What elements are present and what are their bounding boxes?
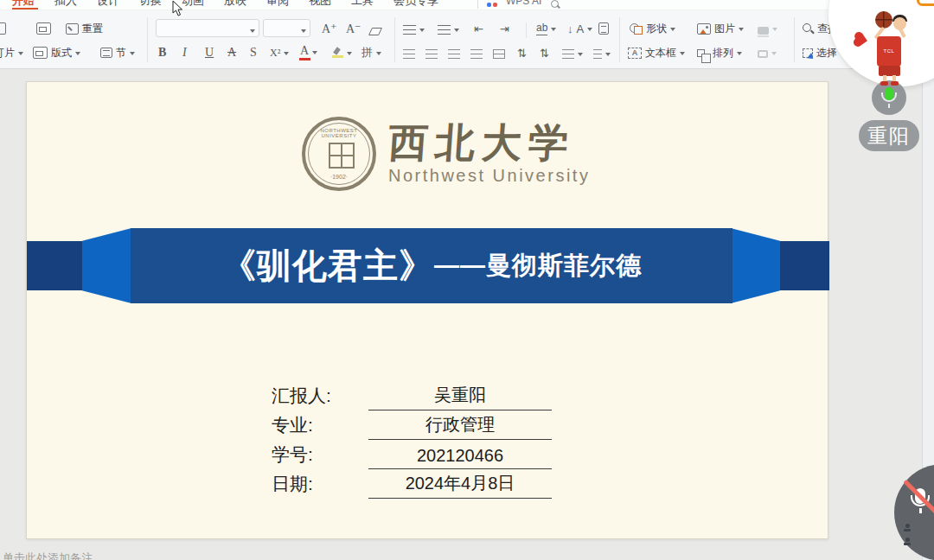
- italic-label: I: [182, 46, 187, 60]
- shapes-label: 形状: [646, 22, 667, 36]
- text-direction-button[interactable]: ↓A: [567, 18, 592, 39]
- chevron-down-icon: [680, 52, 685, 58]
- floating-window-fragment: [917, 0, 934, 6]
- chevron-down-icon: [454, 29, 459, 35]
- columns-button[interactable]: [593, 43, 611, 64]
- textbox-label: 文本框: [645, 46, 676, 60]
- font-size-combobox[interactable]: [263, 19, 310, 37]
- clear-format-button[interactable]: [370, 21, 381, 41]
- section-dropdown-button[interactable]: 节: [100, 42, 135, 63]
- arrange-button[interactable]: 排列: [697, 42, 742, 63]
- text-shadow-button[interactable]: S: [250, 42, 257, 63]
- layout-gallery-button[interactable]: [36, 18, 51, 39]
- align-right-button[interactable]: [448, 43, 460, 64]
- numbering-button[interactable]: [438, 19, 459, 40]
- layout-dropdown-button[interactable]: 版式: [33, 42, 80, 63]
- shape-outline-button[interactable]: [758, 42, 777, 63]
- info-row-student-id: 学号: 202120466: [272, 440, 552, 469]
- highlight-button[interactable]: [332, 42, 352, 63]
- picture-label: 图片: [714, 22, 735, 36]
- eraser-icon: [368, 28, 382, 35]
- shapes-button[interactable]: 形状: [630, 18, 675, 39]
- line-spacing-button[interactable]: [562, 43, 583, 64]
- menu-tab-transition[interactable]: 切换: [139, 0, 162, 10]
- menu-tab-animation[interactable]: 动画: [182, 0, 204, 10]
- chevron-down-icon: [771, 52, 777, 58]
- phonetic-guide-button[interactable]: 拼: [361, 42, 381, 63]
- indent-icon: ⇥: [500, 22, 509, 35]
- char-spacing-icon: ab: [536, 22, 547, 35]
- bullets-button[interactable]: [403, 19, 425, 40]
- ribbon-toolbar: 重置 幻灯片 版式 节 A⁺ A⁻ B I U A S X²: [0, 10, 934, 69]
- menu-tab-member[interactable]: 会员专享: [393, 0, 438, 10]
- university-name-en: Northwest University: [388, 166, 590, 186]
- character-spacing-button[interactable]: ab: [536, 18, 556, 39]
- layout-small-icon: [33, 47, 48, 59]
- align-left-button[interactable]: [403, 43, 415, 64]
- row-spacing-down-button[interactable]: ⇅: [540, 42, 549, 63]
- university-name-cn: 西北大学: [387, 122, 592, 163]
- wps-ai-icon: [487, 3, 497, 7]
- distribute-button[interactable]: [493, 43, 505, 64]
- notes-placeholder[interactable]: 单击此处添加备注: [3, 550, 93, 560]
- document-icon: [598, 22, 609, 35]
- bullet-list-icon: [403, 25, 416, 35]
- picture-button[interactable]: 图片: [697, 18, 744, 39]
- shape-fill-button[interactable]: [758, 18, 777, 39]
- search-icon[interactable]: [550, 0, 560, 10]
- chevron-down-icon: [772, 28, 777, 34]
- menu-bar: 开始 插入 设计 切换 动画 放映 审阅 视图 工具 会员专享 WPS AI: [0, 0, 934, 10]
- university-seal-icon: NORTHWEST UNIVERSITY ·1902·: [302, 117, 376, 191]
- player-jersey: TCL: [877, 36, 901, 67]
- wps-ai-button[interactable]: WPS AI: [506, 0, 541, 7]
- menu-tab-slideshow[interactable]: 放映: [224, 0, 246, 10]
- new-slide-button[interactable]: [0, 18, 6, 39]
- spacing-down-icon: ⇅: [540, 47, 549, 60]
- textbox-icon: A: [628, 48, 642, 59]
- font-color-button[interactable]: A: [300, 41, 317, 62]
- chevron-down-icon: [605, 53, 611, 59]
- info-value: 吴重阳: [368, 384, 552, 410]
- increase-font-button[interactable]: A⁺: [322, 18, 337, 39]
- increase-indent-button[interactable]: ⇥: [500, 18, 509, 39]
- justify-button[interactable]: [470, 43, 483, 64]
- textbox-button[interactable]: A 文本框: [628, 42, 685, 63]
- menu-right-area: WPS AI: [477, 0, 560, 10]
- spacing-up-icon: ⇅: [517, 47, 527, 60]
- presenter-info-block[interactable]: 汇报人: 吴重阳 专业: 行政管理 学号: 202120466 日期: 2024…: [272, 381, 552, 499]
- strikethrough-button[interactable]: A: [227, 42, 236, 63]
- superscript-button[interactable]: X²: [270, 42, 289, 63]
- row-spacing-up-button[interactable]: ⇅: [517, 42, 527, 63]
- direction-arrow-icon: ↓: [567, 22, 573, 35]
- small-control-icon[interactable]: [903, 524, 912, 531]
- small-control-icon[interactable]: [903, 538, 912, 545]
- layout-icon: [36, 22, 51, 35]
- title-banner[interactable]: 《驯化君主》 ——曼彻斯菲尔德: [131, 228, 732, 303]
- convert-text-button[interactable]: [598, 18, 609, 39]
- chevron-down-icon: [578, 53, 583, 59]
- slide-canvas[interactable]: NORTHWEST UNIVERSITY ·1902· 西北大学 Northwe…: [26, 81, 828, 539]
- wps-presentation-window: 开始 插入 设计 切换 动画 放映 审阅 视图 工具 会员专享 WPS AI 重: [0, 0, 934, 560]
- italic-button[interactable]: I: [182, 42, 187, 63]
- menu-tab-review[interactable]: 审阅: [266, 0, 289, 10]
- chevron-down-icon: [419, 29, 425, 35]
- decrease-font-button[interactable]: A⁻: [346, 18, 361, 39]
- decrease-indent-button[interactable]: ⇤: [474, 18, 483, 39]
- line-spacing-icon: [562, 49, 574, 59]
- active-tab-underline: [12, 8, 38, 10]
- bold-button[interactable]: B: [158, 42, 166, 63]
- align-center-button[interactable]: [425, 43, 438, 64]
- slide-dropdown-button[interactable]: 幻灯片: [0, 42, 23, 63]
- underline-button[interactable]: U: [205, 42, 214, 63]
- player-shoe: [891, 81, 899, 86]
- info-row-presenter: 汇报人: 吴重阳: [272, 381, 552, 410]
- menu-tab-tools[interactable]: 工具: [351, 0, 374, 10]
- chevron-down-icon: [18, 52, 23, 58]
- menu-tab-view[interactable]: 视图: [309, 0, 331, 10]
- reset-button[interactable]: 重置: [66, 18, 103, 39]
- font-name-combobox[interactable]: [156, 19, 259, 37]
- menu-tab-insert[interactable]: 插入: [54, 0, 77, 10]
- menu-tab-design[interactable]: 设计: [97, 0, 119, 10]
- mic-active-button[interactable]: [872, 80, 906, 115]
- university-logo[interactable]: NORTHWEST UNIVERSITY ·1902· 西北大学 Northwe…: [302, 117, 590, 191]
